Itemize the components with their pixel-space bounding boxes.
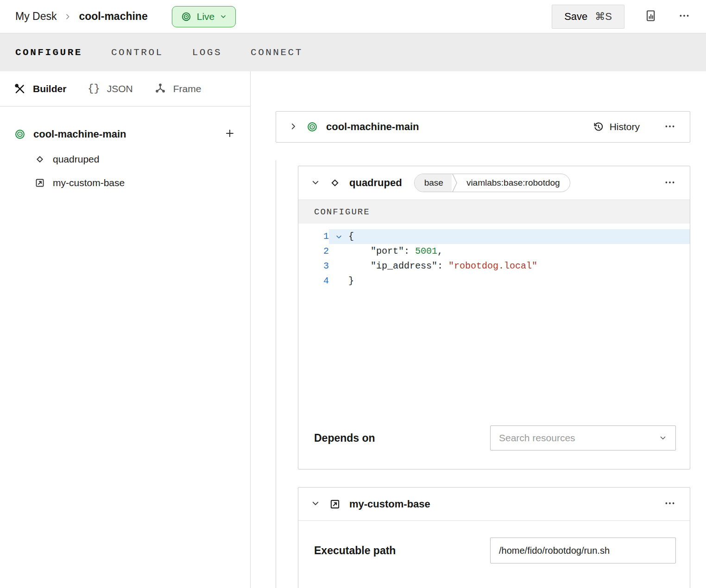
view-builder-label: Builder — [33, 83, 66, 94]
collapse-card-button[interactable] — [310, 498, 321, 510]
line-number: 3 — [298, 259, 329, 274]
expand-card-button[interactable] — [288, 121, 298, 133]
top-bar-actions: Save ⌘S — [552, 5, 692, 29]
code-line: 1 { — [298, 229, 690, 244]
plus-icon — [224, 128, 235, 139]
quadruped-card: quadruped base viamlabs:base:robotdog — [298, 166, 690, 469]
machine-part-icon — [306, 121, 318, 133]
breadcrumb-chevron-icon — [64, 13, 71, 20]
top-more-menu-button[interactable] — [676, 8, 692, 25]
code-text: { — [348, 229, 690, 244]
view-builder[interactable]: Builder — [14, 83, 66, 95]
tab-connect[interactable]: CONNECT — [251, 47, 303, 58]
code-line: 4 } — [298, 274, 690, 288]
line-number: 2 — [298, 244, 329, 259]
module-title: my-custom-base — [349, 498, 430, 510]
my-custom-base-card-header: my-custom-base — [298, 488, 690, 521]
ellipsis-icon — [678, 10, 690, 22]
history-button[interactable]: History — [590, 121, 643, 133]
machine-report-button[interactable] — [642, 7, 659, 25]
my-custom-base-card: my-custom-base Executable path — [298, 487, 690, 588]
tree-item-label: cool-machine-main — [33, 128, 126, 140]
config-content: cool-machine-main History — [251, 71, 706, 588]
breadcrumb-root[interactable]: My Desk — [15, 10, 57, 23]
resource-tree: cool-machine-main quadruped my-custom-ba… — [0, 106, 250, 188]
add-resource-button[interactable] — [223, 127, 236, 141]
tools-icon — [14, 83, 26, 95]
tree-item-label: my-custom-base — [53, 177, 125, 188]
code-text: "ip_address": "robotdog.local" — [348, 259, 690, 274]
component-type-badge: base — [415, 174, 452, 192]
depends-on-select[interactable]: Search resources — [490, 425, 676, 450]
history-clock-icon — [593, 121, 604, 132]
machine-status-dropdown[interactable]: Live — [172, 6, 236, 27]
braces-icon: {} — [88, 83, 100, 94]
code-line: 2 "port": 5001, — [298, 244, 690, 259]
machine-card-more-button[interactable] — [662, 119, 678, 136]
module-icon — [34, 177, 45, 188]
json-attributes-editor[interactable]: 1 { 2 "port": 5001, 3 — [298, 224, 690, 425]
module-more-button[interactable] — [662, 495, 678, 513]
depends-on-label: Depends on — [314, 432, 375, 444]
sidebar: Builder {} JSON Frame cool-machine-main — [0, 71, 251, 588]
tree-item-quadruped[interactable]: quadruped — [14, 154, 236, 165]
executable-path-row: Executable path — [314, 538, 676, 563]
collapse-card-button[interactable] — [310, 177, 321, 189]
axes-icon — [154, 83, 166, 95]
save-button[interactable]: Save ⌘S — [552, 5, 624, 29]
fold-toggle[interactable] — [329, 229, 348, 244]
code-text: "port": 5001, — [348, 244, 690, 259]
component-title: quadruped — [349, 177, 402, 189]
view-frame[interactable]: Frame — [154, 83, 202, 95]
live-status-label: Live — [197, 11, 215, 22]
component-more-button[interactable] — [662, 175, 678, 192]
machine-card-actions: History — [590, 119, 678, 136]
history-label: History — [610, 121, 640, 132]
executable-path-label: Executable path — [314, 544, 396, 557]
diamond-icon — [34, 154, 45, 165]
file-report-icon — [644, 9, 657, 22]
chevron-down-icon — [311, 178, 320, 187]
chevron-down-icon — [659, 434, 667, 442]
tree-item-my-custom-base[interactable]: my-custom-base — [14, 177, 236, 188]
machine-part-icon — [14, 128, 26, 140]
top-bar: My Desk cool-machine Live Save ⌘S — [0, 0, 706, 33]
configure-section-bar: CONFIGURE — [298, 200, 690, 224]
diamond-icon — [329, 177, 341, 189]
line-number: 4 — [298, 274, 329, 288]
my-custom-base-body: Executable path — [298, 521, 690, 588]
tab-configure[interactable]: CONFIGURE — [15, 47, 82, 58]
configure-section-label: CONFIGURE — [314, 207, 370, 217]
component-type-model-badge: base viamlabs:base:robotdog — [414, 174, 570, 192]
module-icon — [329, 498, 341, 510]
ellipsis-icon — [664, 497, 676, 509]
view-frame-label: Frame — [173, 83, 202, 94]
breadcrumb: My Desk cool-machine — [15, 10, 148, 23]
code-line: 3 "ip_address": "robotdog.local" — [298, 259, 690, 274]
main-layout: Builder {} JSON Frame cool-machine-main — [0, 71, 706, 588]
chevron-down-icon — [220, 13, 227, 20]
component-model-badge: viamlabs:base:robotdog — [458, 174, 570, 192]
ellipsis-icon — [664, 120, 676, 132]
machine-part-card: cool-machine-main History — [276, 111, 690, 143]
chevron-right-icon — [289, 122, 297, 131]
depends-on-placeholder: Search resources — [499, 432, 659, 444]
part-resources: quadruped base viamlabs:base:robotdog — [276, 166, 690, 588]
view-json[interactable]: {} JSON — [88, 83, 132, 94]
executable-path-input[interactable] — [490, 538, 676, 563]
machine-part-title: cool-machine-main — [326, 121, 419, 133]
tab-control[interactable]: CONTROL — [111, 47, 164, 58]
ellipsis-icon — [664, 176, 676, 188]
badge-divider-icon — [452, 174, 458, 192]
save-button-label: Save — [564, 11, 587, 23]
breadcrumb-current: cool-machine — [79, 10, 147, 23]
depends-on-row: Depends on Search resources — [298, 425, 690, 469]
config-view-switcher: Builder {} JSON Frame — [0, 71, 250, 106]
tree-item-machine-main[interactable]: cool-machine-main — [14, 127, 236, 141]
machine-tab-bar: CONFIGURE CONTROL LOGS CONNECT — [0, 33, 706, 71]
tab-logs[interactable]: LOGS — [192, 47, 222, 58]
save-shortcut: ⌘S — [595, 11, 612, 23]
line-number: 1 — [298, 229, 329, 244]
chevron-down-icon — [311, 499, 320, 507]
tree-item-label: quadruped — [53, 154, 99, 165]
